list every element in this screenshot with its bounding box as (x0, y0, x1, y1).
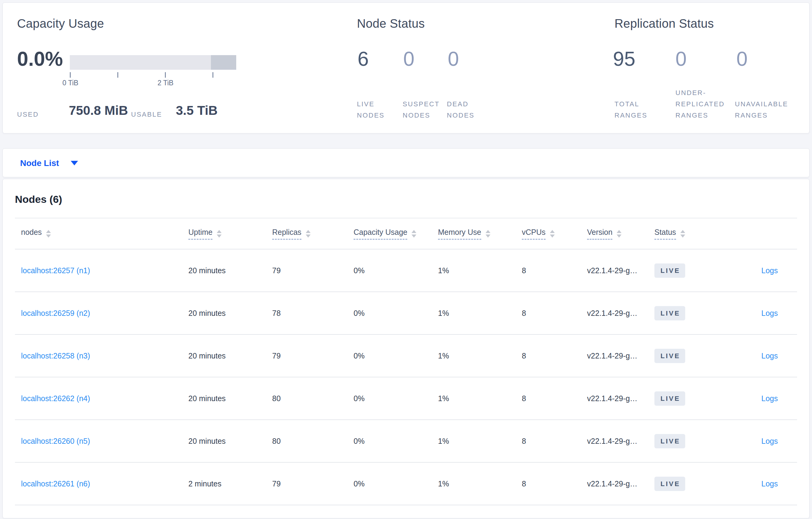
logs-link[interactable]: Logs (761, 394, 778, 403)
node-link[interactable]: localhost:26259 (n2) (21, 309, 90, 317)
node-status-title: Node Status (357, 17, 425, 30)
chevron-down-icon (71, 161, 78, 165)
memory-use-cell: 1% (438, 266, 522, 275)
under-replicated-ranges-label: UNDER- REPLICATED RANGES (675, 87, 725, 121)
uptime-cell: 20 minutes (188, 266, 272, 275)
capacity-bar-axis (70, 72, 236, 78)
version-cell: v22.1.4-29-g… (587, 266, 655, 275)
table-row: localhost:26259 (n2) 20 minutes 78 0% 1%… (15, 292, 797, 335)
node-list-panel: Nodes (6) nodes Uptime Replicas Capacity… (2, 179, 810, 518)
axis-tick-label: 2 TiB (157, 79, 173, 87)
vcpus-cell: 8 (522, 437, 587, 446)
logs-link[interactable]: Logs (761, 437, 778, 445)
sort-icon (411, 230, 416, 238)
column-header-uptime[interactable]: Uptime (188, 228, 272, 240)
uptime-cell: 20 minutes (188, 309, 272, 318)
sort-icon (617, 230, 621, 238)
total-ranges-count: 95 (613, 47, 635, 71)
node-link[interactable]: localhost:26262 (n4) (21, 394, 90, 403)
column-header-capacity-usage[interactable]: Capacity Usage (354, 228, 438, 240)
column-header-vcpus[interactable]: vCPUs (522, 228, 587, 240)
sort-icon (217, 230, 222, 238)
node-link[interactable]: localhost:26257 (n1) (21, 266, 90, 275)
replicas-cell: 80 (272, 394, 354, 403)
node-link[interactable]: localhost:26261 (n6) (21, 480, 90, 488)
replicas-cell: 80 (272, 437, 354, 446)
table-row: localhost:26257 (n1) 20 minutes 79 0% 1%… (15, 249, 797, 292)
live-nodes-count: 6 (357, 47, 369, 71)
column-header-version[interactable]: Version (587, 228, 655, 240)
version-cell: v22.1.4-29-g… (587, 394, 655, 403)
table-row: localhost:26261 (n6) 2 minutes 79 0% 1% … (15, 463, 797, 505)
logs-link[interactable]: Logs (761, 266, 778, 275)
version-cell: v22.1.4-29-g… (587, 309, 655, 318)
sort-icon (550, 230, 555, 238)
nodes-table-title: Nodes (6) (15, 192, 809, 206)
capacity-usage-cell: 0% (354, 266, 438, 275)
axis-tick-label: 0 TiB (62, 79, 78, 87)
logs-link[interactable]: Logs (761, 352, 778, 360)
used-value: 750.8 MiB (69, 103, 128, 118)
unavailable-ranges-label: UNAVAILABLE RANGES (735, 98, 788, 121)
capacity-used-percent: 0.0% (17, 47, 63, 70)
node-link[interactable]: localhost:26260 (n5) (21, 437, 90, 445)
vcpus-cell: 8 (522, 309, 587, 318)
memory-use-cell: 1% (438, 352, 522, 360)
replicas-cell: 79 (272, 480, 354, 488)
vcpus-cell: 8 (522, 480, 587, 488)
axis-tick (70, 72, 71, 78)
column-header-nodes[interactable]: nodes (15, 228, 188, 240)
capacity-usage-cell: 0% (354, 394, 438, 403)
suspect-nodes-label: SUSPECT NODES (403, 98, 439, 121)
dead-nodes-label: DEAD NODES (447, 98, 474, 121)
status-badge: LIVE (655, 391, 685, 406)
capacity-bar-reserved-segment (211, 55, 236, 70)
replication-status-title: Replication Status (614, 17, 714, 30)
total-ranges-label: TOTAL RANGES (614, 98, 647, 121)
cluster-summary-panel: Capacity Usage 0.0% 0 TiB 2 TiB USED 750… (2, 2, 810, 133)
memory-use-cell: 1% (438, 480, 522, 488)
uptime-cell: 2 minutes (188, 480, 272, 488)
used-label: USED (17, 111, 39, 119)
memory-use-cell: 1% (438, 394, 522, 403)
capacity-usage-cell: 0% (354, 437, 438, 446)
logs-link[interactable]: Logs (761, 480, 778, 488)
table-row: localhost:26258 (n3) 20 minutes 79 0% 1%… (15, 335, 797, 377)
dead-nodes-count: 0 (448, 47, 459, 71)
logs-link[interactable]: Logs (761, 309, 778, 317)
version-cell: v22.1.4-29-g… (587, 352, 655, 360)
memory-use-cell: 1% (438, 309, 522, 318)
sort-icon (680, 230, 685, 238)
uptime-cell: 20 minutes (188, 437, 272, 446)
live-nodes-label: LIVE NODES (357, 98, 385, 121)
version-cell: v22.1.4-29-g… (587, 480, 655, 488)
column-header-status[interactable]: Status (655, 228, 725, 240)
capacity-usage-cell: 0% (354, 480, 438, 488)
column-header-replicas[interactable]: Replicas (272, 228, 354, 240)
status-badge: LIVE (655, 349, 685, 363)
under-replicated-ranges-count: 0 (675, 47, 687, 71)
view-selector-dropdown[interactable]: Node List (20, 149, 78, 178)
sort-icon (486, 230, 490, 238)
status-badge: LIVE (655, 306, 685, 320)
node-link[interactable]: localhost:26258 (n3) (21, 352, 90, 360)
usable-label: USABLE (131, 111, 162, 119)
capacity-usage-cell: 0% (354, 352, 438, 360)
sort-icon (306, 230, 311, 238)
axis-tick (165, 72, 166, 78)
uptime-cell: 20 minutes (188, 352, 272, 360)
view-selector-strip: Node List (2, 148, 810, 177)
uptime-cell: 20 minutes (188, 394, 272, 403)
column-header-memory-use[interactable]: Memory Use (438, 228, 522, 240)
memory-use-cell: 1% (438, 437, 522, 446)
replicas-cell: 78 (272, 309, 354, 318)
vcpus-cell: 8 (522, 352, 587, 360)
sort-icon (46, 230, 51, 238)
status-badge: LIVE (655, 264, 685, 278)
version-cell: v22.1.4-29-g… (587, 437, 655, 446)
status-badge: LIVE (655, 477, 685, 491)
replicas-cell: 79 (272, 352, 354, 360)
capacity-usage-bar (70, 55, 236, 70)
table-header-row: nodes Uptime Replicas Capacity Usage Mem… (15, 218, 797, 249)
axis-tick (117, 72, 118, 78)
